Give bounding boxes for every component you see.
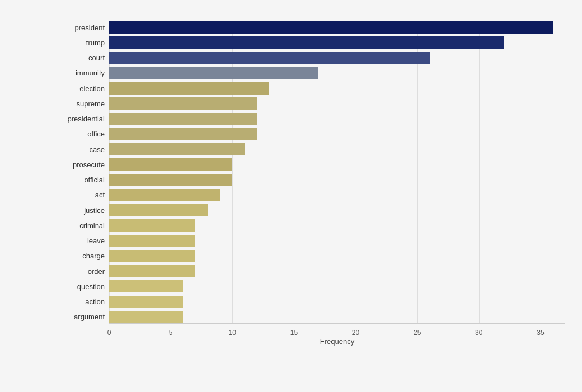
bar-fill (109, 311, 183, 323)
bar-fill (109, 143, 245, 155)
x-tick: 0 (107, 329, 111, 337)
bar-label: prosecute (56, 160, 109, 169)
bar-label: case (56, 145, 109, 154)
bar-fill (109, 52, 430, 64)
bar-row: immunity (56, 67, 565, 79)
bar-fill (109, 128, 257, 140)
chart-container: presidenttrumpcourtimmunityelectionsupre… (0, 0, 582, 392)
bar-fill (109, 219, 195, 232)
bar-label: trump (56, 39, 109, 47)
bar-row: trump (56, 36, 565, 49)
bar-background (109, 21, 565, 34)
bar-label: charge (56, 252, 109, 260)
bar-label: leave (56, 237, 109, 245)
bar-row: act (56, 189, 565, 201)
bar-background (109, 97, 565, 110)
bar-row: question (56, 280, 565, 292)
bar-background (109, 174, 565, 186)
bar-fill (109, 82, 269, 95)
x-tick: 15 (290, 329, 298, 337)
bar-background (109, 67, 565, 79)
bar-background (109, 52, 565, 64)
bar-label: act (56, 191, 109, 199)
chart-area: presidenttrumpcourtimmunityelectionsupre… (56, 21, 565, 346)
bar-background (109, 265, 565, 277)
bar-row: order (56, 265, 565, 277)
bar-label: criminal (56, 221, 109, 230)
bar-row: charge (56, 250, 565, 262)
x-tick: 35 (537, 329, 544, 337)
x-tick: 5 (169, 329, 173, 337)
bar-row: president (56, 21, 565, 34)
bar-background (109, 189, 565, 201)
bar-background (109, 36, 565, 49)
bar-background (109, 158, 565, 171)
bar-fill (109, 174, 232, 186)
bar-fill (109, 67, 318, 79)
bar-background (109, 311, 565, 323)
bar-background (109, 128, 565, 140)
bar-label: official (56, 176, 109, 184)
bar-fill (109, 189, 220, 201)
bar-background (109, 280, 565, 292)
bar-background (109, 296, 565, 308)
bar-label: question (56, 282, 109, 291)
bar-label: president (56, 23, 109, 32)
bar-background (109, 219, 565, 232)
bar-fill (109, 97, 257, 110)
bar-fill (109, 36, 504, 49)
bar-row: presidential (56, 113, 565, 125)
bar-row: office (56, 128, 565, 140)
bar-row: action (56, 296, 565, 308)
x-axis-line (109, 323, 565, 324)
bar-label: order (56, 267, 109, 276)
bar-fill (109, 296, 183, 308)
bar-fill (109, 113, 257, 125)
bar-row: official (56, 174, 565, 186)
x-axis-label: Frequency (320, 337, 354, 346)
bar-fill (109, 158, 232, 171)
bar-background (109, 235, 565, 247)
bar-row: argument (56, 311, 565, 323)
bar-label: immunity (56, 69, 109, 77)
bar-row: leave (56, 235, 565, 247)
x-axis: 05101520253035Frequency (109, 323, 565, 346)
bar-row: election (56, 82, 565, 95)
bar-background (109, 113, 565, 125)
x-tick: 30 (475, 329, 482, 337)
bar-row: supreme (56, 97, 565, 110)
bar-label: election (56, 84, 109, 93)
bar-fill (109, 280, 183, 292)
x-tick: 25 (414, 329, 421, 337)
bar-label: justice (56, 206, 109, 215)
bars-wrapper: presidenttrumpcourtimmunityelectionsupre… (56, 21, 565, 323)
bar-row: criminal (56, 219, 565, 232)
bar-row: prosecute (56, 158, 565, 171)
bar-label: court (56, 54, 109, 62)
bar-fill (109, 21, 553, 34)
x-tick: 10 (229, 329, 236, 337)
bar-label: action (56, 297, 109, 306)
bar-row: court (56, 52, 565, 64)
bar-background (109, 250, 565, 262)
bar-fill (109, 235, 195, 247)
bar-fill (109, 250, 195, 262)
bar-row: justice (56, 204, 565, 216)
bar-label: office (56, 130, 109, 138)
bar-label: presidential (56, 115, 109, 123)
x-tick: 20 (352, 329, 359, 337)
bar-label: supreme (56, 100, 109, 108)
bar-background (109, 204, 565, 216)
bar-background (109, 143, 565, 155)
bar-fill (109, 265, 195, 277)
bar-label: argument (56, 313, 109, 321)
bar-fill (109, 204, 208, 216)
bar-background (109, 82, 565, 95)
bar-row: case (56, 143, 565, 155)
